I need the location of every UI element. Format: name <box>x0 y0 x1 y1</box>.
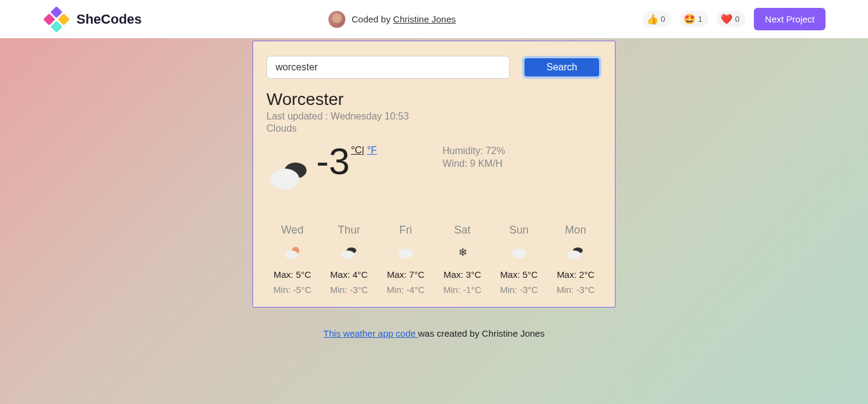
footer-after: was created by Christine Jones <box>418 328 544 338</box>
weather-card: Search Worcester Last updated : Wednesda… <box>253 41 615 308</box>
reaction-thumbsup[interactable]: 👍 0 <box>643 11 671 27</box>
temp-block: -3 °C| °F <box>316 143 377 180</box>
day-min: Min: -3°C <box>493 284 544 295</box>
cloud-sun-icon <box>283 245 302 260</box>
day-name: Wed <box>266 224 318 237</box>
forecast-day: Sat ❄ Max: 3°C Min: -1°C <box>436 224 488 295</box>
svg-point-14 <box>568 251 581 259</box>
day-max: Max: 5°C <box>266 269 318 280</box>
next-project-button[interactable]: Next Project <box>754 8 826 30</box>
search-input[interactable] <box>266 56 510 79</box>
forecast-day: Sun Max: 5°C Min: -3°C <box>493 224 544 295</box>
humidity: Humidity: 72% <box>442 145 505 158</box>
forecast-day: Mon Max: 2°C Min: -3°C <box>550 224 602 295</box>
snow-icon: ❄ <box>453 245 472 260</box>
search-button[interactable]: Search <box>522 56 602 79</box>
last-updated: Last updated : Wednesday 10:53 <box>266 110 602 123</box>
svg-text:❄: ❄ <box>458 246 467 258</box>
coded-by: Coded by Christine Jones <box>328 11 456 28</box>
reaction-heart[interactable]: ❤️ 0 <box>717 11 745 27</box>
heart-icon: ❤️ <box>721 13 733 25</box>
day-max: Max: 3°C <box>436 269 488 280</box>
svg-point-7 <box>285 251 298 259</box>
day-max: Max: 5°C <box>493 269 544 280</box>
day-name: Sat <box>436 224 488 237</box>
svg-point-9 <box>341 251 354 259</box>
weather-details: Humidity: 72% Wind: 9 KM/H <box>442 143 505 194</box>
logo-area[interactable]: SheCodes <box>44 7 142 32</box>
day-min: Min: -4°C <box>380 284 432 295</box>
day-max: Max: 2°C <box>550 269 602 280</box>
forecast: Wed Max: 5°C Min: -5°C Thur Max: 4°C Min… <box>266 224 602 295</box>
day-min: Min: -3°C <box>323 284 375 295</box>
header: SheCodes Coded by Christine Jones 👍 0 🤩 … <box>0 0 868 38</box>
forecast-day: Thur Max: 4°C Min: -3°C <box>323 224 375 295</box>
author-link[interactable]: Christine Jones <box>393 14 456 24</box>
day-max: Max: 7°C <box>380 269 432 280</box>
units: °C| °F <box>351 145 377 156</box>
avatar[interactable] <box>328 11 345 28</box>
weather-main: -3 °C| °F Humidity: 72% Wind: 9 KM/H <box>266 143 602 194</box>
temp-value: -3 <box>316 143 350 180</box>
day-name: Thur <box>323 224 375 237</box>
city-name: Worcester <box>266 90 602 109</box>
day-min: Min: -3°C <box>550 284 602 295</box>
forecast-day: Fri Max: 7°C Min: -4°C <box>380 224 432 295</box>
cloud-icon <box>510 245 528 260</box>
svg-rect-3 <box>50 21 63 32</box>
search-row: Search <box>266 56 602 79</box>
day-min: Min: -1°C <box>436 284 488 295</box>
stareyes-icon: 🤩 <box>683 13 696 25</box>
main-content: Search Worcester Last updated : Wednesda… <box>0 38 868 338</box>
svg-rect-1 <box>44 13 55 25</box>
svg-rect-2 <box>58 13 70 25</box>
svg-point-10 <box>398 249 413 258</box>
unit-celsius[interactable]: °C <box>351 145 362 155</box>
header-right: 👍 0 🤩 1 ❤️ 0 Next Project <box>643 8 826 30</box>
unit-separator: | <box>362 145 367 155</box>
cloud-dark-icon <box>340 245 358 260</box>
logo-text: SheCodes <box>76 12 142 27</box>
day-min: Min: -5°C <box>266 284 318 295</box>
condition: Clouds <box>266 123 602 134</box>
reaction-star[interactable]: 🤩 1 <box>680 11 708 27</box>
weather-left: -3 °C| °F <box>266 143 442 194</box>
reaction-count: 0 <box>661 15 665 24</box>
day-max: Max: 4°C <box>323 269 375 280</box>
reaction-count: 0 <box>735 15 739 24</box>
svg-point-5 <box>270 169 299 189</box>
day-name: Mon <box>550 224 602 237</box>
day-name: Sun <box>493 224 544 237</box>
shecodes-logo-icon <box>44 7 72 32</box>
cloud-icon <box>396 245 415 260</box>
coded-by-prefix: Coded by <box>351 14 393 24</box>
svg-point-12 <box>512 249 526 258</box>
footer: This weather app code was created by Chr… <box>324 328 544 338</box>
cloud-dark-icon <box>566 245 585 260</box>
svg-rect-0 <box>50 7 63 18</box>
forecast-day: Wed Max: 5°C Min: -5°C <box>266 224 318 295</box>
weather-clouds-icon <box>266 156 310 194</box>
reaction-count: 1 <box>698 15 702 24</box>
wind: Wind: 9 KM/H <box>442 158 505 170</box>
unit-fahrenheit[interactable]: °F <box>367 145 377 155</box>
source-link[interactable]: This weather app code <box>324 328 418 338</box>
thumbsup-icon: 👍 <box>646 13 659 25</box>
day-name: Fri <box>380 224 432 237</box>
